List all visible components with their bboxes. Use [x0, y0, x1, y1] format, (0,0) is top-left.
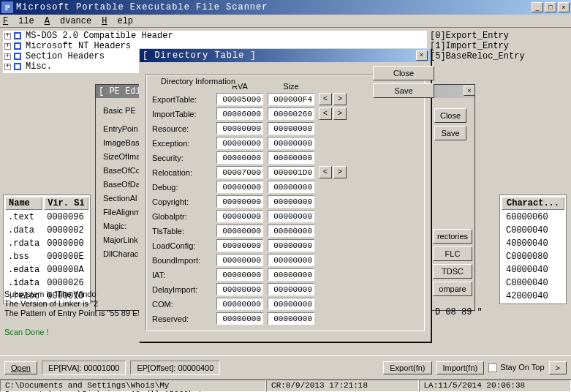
size-input[interactable]: [268, 210, 314, 222]
menu-help[interactable]: Help: [102, 16, 133, 26]
rva-input[interactable]: [216, 166, 263, 178]
rva-input[interactable]: [216, 122, 263, 135]
rva-input[interactable]: [216, 312, 263, 325]
stay-on-top-checkbox[interactable]: Stay On Top: [488, 363, 544, 372]
table-row[interactable]: C0000080: [502, 251, 564, 263]
info-subsystem: Subsystem is "The Windo: [4, 290, 143, 299]
next-arrow-button[interactable]: >: [333, 108, 347, 120]
rva-input[interactable]: [216, 268, 263, 281]
menu-file[interactable]: File: [3, 16, 34, 26]
sections-table: Name Vir. Si .text0000096.data0000002.rd…: [3, 195, 91, 304]
flc-button[interactable]: FLC: [433, 246, 472, 261]
expand-icon[interactable]: +: [4, 53, 11, 60]
tree-item[interactable]: +MS-DOS 2.0 Compatible Header: [3, 31, 427, 41]
list-item[interactable]: [5]BaseReloc_Entry: [430, 51, 567, 61]
maximize-button[interactable]: □: [545, 2, 556, 12]
directories-button[interactable]: rectories: [433, 229, 472, 244]
dialog-title-bar[interactable]: [ Directory Table ] ×: [140, 49, 431, 62]
size-input[interactable]: [268, 137, 314, 149]
rva-input[interactable]: [216, 181, 263, 193]
next-arrow-button[interactable]: >: [333, 166, 347, 178]
next-button[interactable]: >: [549, 361, 567, 374]
pattern-tail: D 08 89 ": [435, 307, 483, 317]
table-row[interactable]: 42000040: [502, 290, 564, 302]
size-input[interactable]: [268, 225, 314, 237]
rva-input[interactable]: [216, 108, 263, 120]
table-row[interactable]: 60000060: [502, 211, 564, 223]
dialog-close-icon[interactable]: ×: [416, 50, 428, 61]
size-input[interactable]: [268, 312, 314, 325]
tree-label: Section Headers: [26, 51, 105, 61]
rva-input[interactable]: [216, 137, 263, 149]
tree-label: Microsoft NT Headers: [26, 41, 131, 51]
minimize-button[interactable]: _: [532, 2, 543, 12]
size-input[interactable]: [268, 254, 314, 266]
expand-icon[interactable]: +: [4, 33, 11, 39]
dir-label: ExportTable:: [152, 95, 212, 104]
size-input[interactable]: [268, 181, 314, 193]
app-icon: P: [1, 1, 13, 13]
close-button[interactable]: ×: [558, 2, 570, 12]
rva-input[interactable]: [216, 225, 263, 237]
rva-input[interactable]: [216, 254, 263, 266]
import-fn-button[interactable]: Import(fn): [436, 361, 485, 374]
size-input[interactable]: [268, 108, 314, 120]
table-row[interactable]: 40000040: [502, 238, 564, 249]
rva-input[interactable]: [216, 210, 263, 222]
table-row[interactable]: .rdata0000000: [5, 238, 88, 249]
col-name[interactable]: Name: [5, 197, 42, 210]
tdsc-button[interactable]: TDSC: [433, 264, 472, 279]
rva-input[interactable]: [216, 298, 263, 310]
list-item[interactable]: [1]Import_Entry: [430, 41, 567, 51]
scan-done-label: Scan Done !: [4, 328, 49, 336]
prev-arrow-button[interactable]: <: [319, 108, 332, 120]
table-row[interactable]: C0000040: [502, 277, 564, 289]
expand-icon[interactable]: +: [4, 64, 11, 70]
next-arrow-button[interactable]: >: [333, 93, 347, 105]
size-input[interactable]: [268, 298, 314, 310]
export-fn-button[interactable]: Export(fn): [383, 361, 431, 374]
size-input[interactable]: [268, 268, 314, 281]
node-icon: [14, 63, 21, 70]
table-row[interactable]: C0000040: [502, 225, 564, 236]
table-row[interactable]: 40000040: [502, 264, 564, 276]
bottom-toolbar: Open EP[RVA]: 00001000 EP[Offset]: 00000…: [0, 355, 571, 379]
info-text: Subsystem is "The Windo The Version of L…: [4, 290, 143, 318]
size-input[interactable]: [268, 151, 314, 164]
dlg-save-button[interactable]: Save: [373, 83, 434, 98]
rva-input[interactable]: [216, 239, 263, 252]
dialog-title: [ Directory Table ]: [143, 50, 257, 61]
rva-input[interactable]: [216, 283, 263, 295]
size-input[interactable]: [268, 122, 314, 135]
table-row[interactable]: .text0000096: [5, 211, 88, 223]
table-row[interactable]: .idata0000026: [5, 277, 88, 289]
dir-label: Reserved:: [152, 314, 212, 323]
rva-input[interactable]: [216, 151, 263, 164]
prev-arrow-button[interactable]: <: [319, 93, 332, 105]
size-input[interactable]: [268, 93, 314, 105]
list-item[interactable]: [0]Export_Entry: [430, 31, 567, 41]
size-input[interactable]: [268, 166, 314, 178]
size-input[interactable]: [268, 239, 314, 252]
size-input[interactable]: [268, 195, 314, 208]
menu-advance[interactable]: Advance: [45, 16, 91, 26]
pe-save-button[interactable]: Save: [434, 126, 466, 140]
pe-tool-buttons: rectories FLC TDSC ompare: [433, 229, 472, 299]
pe-close-button[interactable]: Close: [434, 108, 466, 123]
compare-button[interactable]: ompare: [433, 282, 472, 296]
col-vsize[interactable]: Vir. Si: [44, 197, 88, 210]
prev-arrow-button[interactable]: <: [319, 166, 332, 178]
expand-icon[interactable]: +: [4, 43, 11, 50]
size-input[interactable]: [268, 283, 314, 295]
table-row[interactable]: .bss000000E: [5, 251, 88, 263]
cell-charact: C0000080: [502, 251, 564, 263]
table-row[interactable]: .data0000002: [5, 225, 88, 236]
pe-editor-close-icon[interactable]: ×: [464, 86, 475, 96]
rva-input[interactable]: [216, 195, 263, 208]
dlg-close-button[interactable]: Close: [373, 66, 434, 80]
table-row[interactable]: .edata000000A: [5, 264, 88, 276]
rva-input[interactable]: [216, 93, 263, 105]
open-button[interactable]: Open: [4, 361, 37, 374]
ep-offset-field: EP[Offset]: 00000400: [130, 361, 220, 375]
col-charact[interactable]: Charact...: [502, 197, 564, 210]
